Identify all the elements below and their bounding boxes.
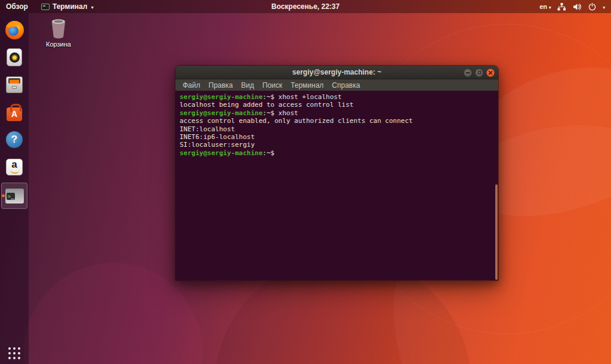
rhythmbox-icon xyxy=(7,48,22,66)
window-title: sergiy@sergiy-machine: ~ xyxy=(175,68,498,76)
files-icon xyxy=(6,76,23,93)
app-menu-button[interactable]: Терминал ▼ xyxy=(36,0,99,13)
active-app-highlight: >_ xyxy=(1,183,27,209)
top-bar: Обзор Терминал ▼ Воскресенье, 22:37 en ▾ xyxy=(0,0,611,13)
terminal-icon: >_ xyxy=(5,189,24,203)
terminal-line: localhost being added to access control … xyxy=(180,101,494,109)
trash-label: Корзина xyxy=(46,41,71,48)
menu-terminal[interactable]: Терминал xyxy=(286,79,328,91)
terminal-mini-icon xyxy=(41,4,50,10)
maximize-icon xyxy=(478,71,481,74)
keyboard-layout-label: en xyxy=(539,3,547,10)
power-icon xyxy=(588,3,596,11)
close-button[interactable] xyxy=(486,69,495,77)
dock-item-ubuntu-software[interactable]: A xyxy=(1,98,27,126)
minimize-button[interactable] xyxy=(464,69,472,77)
clock-button[interactable]: Воскресенье, 22:37 xyxy=(266,0,345,13)
terminal-output-area[interactable]: sergiy@sergiy-machine:~$ xhost +localhos… xyxy=(175,91,498,280)
chevron-down-icon: ▾ xyxy=(549,5,551,10)
apps-grid-icon xyxy=(8,347,20,359)
menu-view[interactable]: Вид xyxy=(237,79,258,91)
terminal-line: SI:localuser:sergiy xyxy=(180,141,494,149)
terminal-line: sergiy@sergiy-machine:~$ xhost +localhos… xyxy=(180,93,494,101)
maximize-button[interactable] xyxy=(475,69,483,77)
dock-item-help[interactable]: ? xyxy=(1,126,27,153)
dock-item-amazon[interactable]: a xyxy=(1,153,27,181)
trash-can-icon xyxy=(49,18,68,39)
firefox-icon xyxy=(5,21,24,39)
show-applications-button[interactable] xyxy=(0,347,29,359)
activities-label: Обзор xyxy=(6,2,28,11)
chevron-down-icon: ▼ xyxy=(90,5,94,10)
desktop: Обзор Терминал ▼ Воскресенье, 22:37 en ▾ xyxy=(0,0,611,364)
menu-file[interactable]: Файл xyxy=(178,79,205,91)
dock-item-firefox[interactable] xyxy=(1,16,27,44)
dock-item-files[interactable] xyxy=(1,71,27,98)
terminal-line: sergiy@sergiy-machine:~$ xhost xyxy=(180,109,494,117)
chevron-down-icon: ▾ xyxy=(603,5,605,10)
terminal-line: sergiy@sergiy-machine:~$ xyxy=(180,149,494,157)
network-wired-icon xyxy=(557,3,566,11)
activities-button[interactable]: Обзор xyxy=(0,0,36,13)
menu-edit[interactable]: Правка xyxy=(205,79,237,91)
speaker-volume-icon xyxy=(573,3,582,11)
terminal-window: sergiy@sergiy-machine: ~ Файл Правка Вид… xyxy=(175,65,499,281)
trash-desktop-icon[interactable]: Корзина xyxy=(44,18,73,48)
amazon-icon: a xyxy=(6,159,23,175)
close-icon xyxy=(488,70,493,75)
scrollbar-thumb[interactable] xyxy=(495,184,498,280)
menu-search[interactable]: Поиск xyxy=(258,79,286,91)
running-indicator-dot xyxy=(2,195,5,198)
clock-label: Воскресенье, 22:37 xyxy=(271,2,340,11)
keyboard-layout-indicator[interactable]: en ▾ xyxy=(539,3,551,10)
window-titlebar[interactable]: sergiy@sergiy-machine: ~ xyxy=(175,66,498,79)
app-menu-label: Терминал xyxy=(53,2,87,11)
window-menubar: Файл Правка Вид Поиск Терминал Справка xyxy=(175,79,498,91)
menu-help[interactable]: Справка xyxy=(328,79,364,91)
system-status-area[interactable]: en ▾ ▾ xyxy=(533,0,611,13)
terminal-line: INET6:ip6-localhost xyxy=(180,133,494,141)
minimize-icon xyxy=(466,72,470,73)
dock: A ? a >_ xyxy=(0,13,29,364)
terminal-line: access control enabled, only authorized … xyxy=(180,117,494,125)
dock-item-terminal[interactable]: >_ xyxy=(1,181,27,211)
help-icon: ? xyxy=(6,131,23,148)
ubuntu-software-icon: A xyxy=(7,107,22,121)
dock-item-rhythmbox[interactable] xyxy=(1,44,27,71)
terminal-line: INET:localhost xyxy=(180,125,494,133)
